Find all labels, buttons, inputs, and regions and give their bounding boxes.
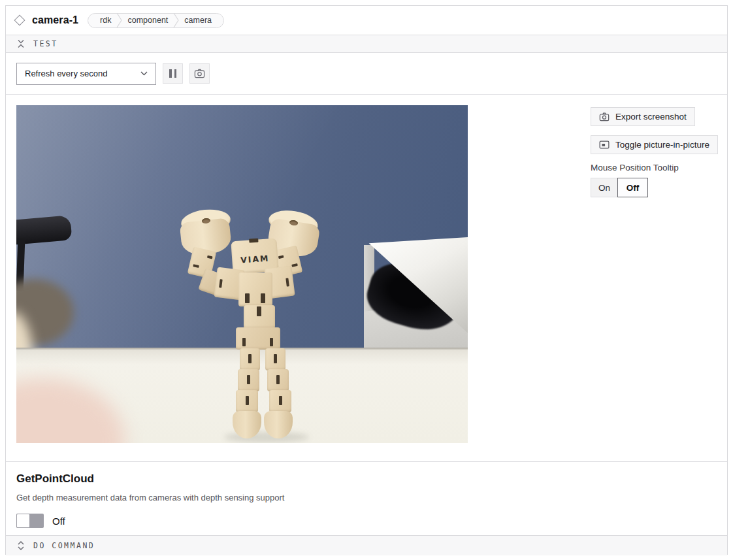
breadcrumb: rdk component camera	[88, 13, 224, 28]
camera-stream-image: VIAM	[16, 105, 468, 443]
robot-hips	[236, 327, 280, 350]
export-screenshot-label: Export screenshot	[615, 112, 687, 122]
breadcrumb-item-rdk: rdk	[96, 16, 115, 25]
chevron-separator-icon	[116, 13, 122, 27]
tooltip-off-button[interactable]: Off	[617, 178, 648, 197]
component-title: camera-1	[32, 14, 78, 26]
do-command-section-header[interactable]: DO COMMAND	[6, 535, 727, 555]
breadcrumb-item-camera: camera	[180, 16, 216, 25]
screenshot-button[interactable]	[189, 63, 210, 84]
get-point-cloud-title: GetPointCloud	[16, 472, 727, 486]
refresh-rate-value: Refresh every second	[25, 69, 107, 78]
camera-icon	[194, 69, 205, 78]
component-header: camera-1 rdk component camera	[6, 6, 727, 35]
test-section-header[interactable]: TEST	[6, 35, 727, 53]
chevron-down-icon	[140, 71, 148, 76]
test-section-label: TEST	[33, 39, 58, 48]
get-point-cloud-toggle[interactable]	[16, 514, 44, 528]
picture-in-picture-icon	[599, 140, 610, 149]
chevron-separator-icon	[173, 13, 179, 27]
toggle-pip-button[interactable]: Toggle picture-in-picture	[591, 135, 718, 154]
mouse-position-tooltip-label: Mouse Position Tooltip	[591, 163, 725, 173]
viam-logo: VIAM	[232, 253, 278, 266]
camera-component-card: camera-1 rdk component camera TEST Refre…	[5, 5, 728, 555]
tooltip-on-button[interactable]: On	[591, 178, 618, 197]
get-point-cloud-section: GetPointCloud Get depth measurement data…	[6, 461, 727, 535]
robot-waist	[244, 305, 275, 329]
tooltip-toggle-group: On Off	[591, 178, 725, 197]
robot-left-leg	[240, 348, 260, 371]
toggle-knob	[16, 514, 30, 528]
breadcrumb-item-component: component	[123, 16, 172, 25]
get-point-cloud-description: Get depth measurement data from cameras …	[16, 493, 727, 502]
pause-icon	[169, 69, 176, 78]
get-point-cloud-toggle-label: Off	[52, 516, 65, 527]
toggle-pip-label: Toggle picture-in-picture	[615, 140, 709, 150]
robot-right-leg	[265, 348, 285, 371]
do-command-section-label: DO COMMAND	[33, 541, 95, 550]
pause-stream-button[interactable]	[163, 63, 183, 84]
camera-icon	[599, 112, 610, 122]
export-screenshot-button[interactable]: Export screenshot	[591, 107, 695, 126]
refresh-rate-select[interactable]: Refresh every second	[16, 63, 156, 85]
expand-icon[interactable]	[16, 541, 25, 550]
component-diamond-icon	[14, 15, 25, 26]
collapse-icon[interactable]	[16, 39, 25, 48]
stream-toolbar: Refresh every second	[6, 53, 727, 95]
robot-chest	[238, 272, 272, 306]
stream-panel: VIAM	[6, 95, 727, 461]
stream-controls: Export screenshot Toggle picture-in-pict…	[591, 107, 725, 197]
